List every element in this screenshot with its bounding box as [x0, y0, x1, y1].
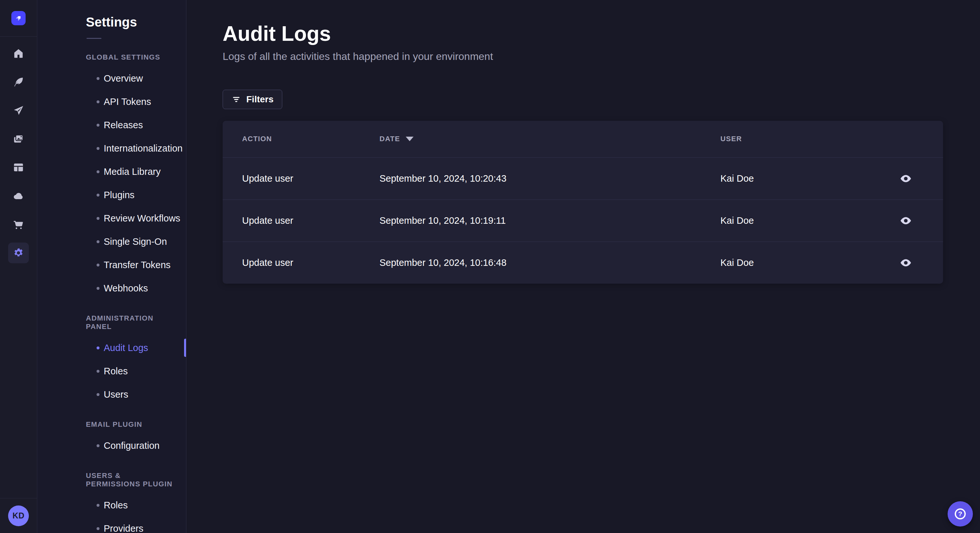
sort-desc-icon	[406, 136, 414, 141]
cell-user: Kai Doe	[721, 173, 874, 184]
section-label-administration-panel: ADMINISTRATION PANEL	[86, 314, 176, 331]
cell-action: Update user	[242, 257, 380, 268]
main-nav-rail: KD	[0, 0, 37, 533]
sidebar-item-label: Plugins	[104, 190, 135, 200]
section-global-settings: Overview API Tokens Releases Internation…	[37, 67, 186, 300]
sidebar-title-divider	[86, 38, 102, 39]
sidebar-title: Settings	[86, 15, 186, 30]
avatar[interactable]: KD	[8, 506, 29, 526]
sidebar-item-label: Overview	[104, 73, 143, 84]
sidebar-item-label: Audit Logs	[104, 343, 148, 353]
bullet-icon	[97, 393, 100, 396]
avatar-zone: KD	[0, 498, 37, 533]
column-header-action: ACTION	[242, 135, 380, 143]
feather-icon[interactable]	[13, 76, 24, 88]
cloud-icon[interactable]	[13, 190, 24, 202]
filters-button[interactable]: Filters	[223, 90, 282, 109]
bullet-icon	[97, 287, 100, 290]
main-content: Audit Logs Logs of all the activities th…	[186, 0, 980, 533]
section-administration-panel: Audit Logs Roles Users	[37, 336, 186, 406]
sidebar-item-label: Users	[104, 389, 128, 400]
column-header-date-label: DATE	[380, 135, 400, 143]
sidebar-item-overview[interactable]: Overview	[37, 67, 186, 90]
sidebar-item-internationalization[interactable]: Internationalization	[37, 136, 186, 160]
column-header-user: USER	[721, 135, 874, 143]
sidebar-item-roles-up[interactable]: Roles	[37, 493, 186, 517]
sidebar-item-plugins[interactable]: Plugins	[37, 183, 186, 206]
bullet-icon	[97, 194, 100, 197]
bullet-icon	[97, 263, 100, 266]
section-label-email-plugin: EMAIL PLUGIN	[86, 420, 176, 429]
view-details-button[interactable]	[899, 173, 913, 184]
sidebar-item-transfer-tokens[interactable]: Transfer Tokens	[37, 253, 186, 276]
strapi-logo-icon	[14, 14, 23, 22]
sidebar-item-roles-admin[interactable]: Roles	[37, 359, 186, 383]
bullet-icon	[97, 147, 100, 150]
sidebar-item-label: Transfer Tokens	[104, 260, 170, 270]
cell-date: September 10, 2024, 10:16:48	[380, 257, 721, 268]
view-details-button[interactable]	[899, 257, 913, 268]
paper-plane-icon[interactable]	[13, 105, 24, 116]
page-title: Audit Logs	[223, 22, 944, 46]
section-users-permissions-plugin: Roles Providers	[37, 493, 186, 533]
sidebar-item-label: Roles	[104, 500, 128, 511]
settings-sidebar: Settings GLOBAL SETTINGS Overview API To…	[37, 0, 186, 533]
column-header-date[interactable]: DATE	[380, 135, 721, 143]
sidebar-item-single-sign-on[interactable]: Single Sign-On	[37, 230, 186, 253]
table-row[interactable]: Update user September 10, 2024, 10:19:11…	[223, 200, 943, 241]
filters-button-label: Filters	[246, 94, 274, 105]
cell-user: Kai Doe	[721, 257, 874, 268]
bullet-icon	[97, 77, 100, 80]
sidebar-item-label: API Tokens	[104, 97, 151, 107]
eye-icon	[900, 216, 912, 225]
section-label-users-permissions-plugin: USERS & PERMISSIONS PLUGIN	[86, 471, 176, 488]
sidebar-item-label: Providers	[104, 523, 143, 533]
sidebar-item-providers[interactable]: Providers	[37, 517, 186, 533]
sidebar-item-releases[interactable]: Releases	[37, 113, 186, 136]
eye-icon	[900, 259, 912, 267]
sidebar-item-users[interactable]: Users	[37, 383, 186, 406]
sidebar-item-review-workflows[interactable]: Review Workflows	[37, 206, 186, 230]
sidebar-item-label: Single Sign-On	[104, 236, 167, 247]
cell-action: Update user	[242, 215, 380, 226]
sidebar-item-label: Releases	[104, 120, 143, 130]
sidebar-item-label: Media Library	[104, 167, 161, 177]
sidebar-item-label: Review Workflows	[104, 213, 180, 224]
page-subtitle: Logs of all the activities that happened…	[223, 51, 944, 62]
sidebar-item-api-tokens[interactable]: API Tokens	[37, 90, 186, 113]
media-library-icon[interactable]	[13, 133, 24, 145]
bullet-icon	[97, 444, 100, 447]
table-header-row: ACTION DATE USER	[223, 121, 943, 157]
sidebar-item-label: Roles	[104, 366, 128, 377]
table-row[interactable]: Update user September 10, 2024, 10:20:43…	[223, 157, 943, 200]
cart-icon[interactable]	[13, 219, 24, 230]
sidebar-item-label: Internationalization	[104, 143, 183, 154]
sidebar-item-configuration[interactable]: Configuration	[37, 434, 186, 457]
cell-date: September 10, 2024, 10:20:43	[380, 173, 721, 184]
rail-icons	[0, 36, 37, 498]
bullet-icon	[97, 124, 100, 127]
bullet-icon	[97, 217, 100, 220]
strapi-logo[interactable]	[11, 11, 25, 25]
eye-icon	[900, 174, 912, 183]
bullet-icon	[97, 370, 100, 373]
bullet-icon	[97, 346, 100, 349]
logo-zone	[0, 0, 37, 36]
bullet-icon	[97, 504, 100, 507]
help-button[interactable]: ?	[948, 501, 973, 527]
bullet-icon	[97, 527, 100, 530]
sidebar-item-media-library[interactable]: Media Library	[37, 160, 186, 183]
layout-icon[interactable]	[13, 162, 24, 173]
bullet-icon	[97, 240, 100, 243]
sidebar-item-webhooks[interactable]: Webhooks	[37, 276, 186, 300]
section-email-plugin: Configuration	[37, 434, 186, 457]
gear-icon[interactable]	[8, 243, 29, 263]
sidebar-item-label: Configuration	[104, 440, 160, 451]
audit-logs-table: ACTION DATE USER Update user September 1…	[223, 121, 943, 284]
home-icon[interactable]	[13, 48, 24, 59]
sidebar-item-audit-logs[interactable]: Audit Logs	[37, 336, 186, 359]
question-mark-icon: ?	[955, 508, 966, 519]
cell-user: Kai Doe	[721, 215, 874, 226]
view-details-button[interactable]	[899, 215, 913, 226]
table-row[interactable]: Update user September 10, 2024, 10:16:48…	[223, 241, 943, 284]
